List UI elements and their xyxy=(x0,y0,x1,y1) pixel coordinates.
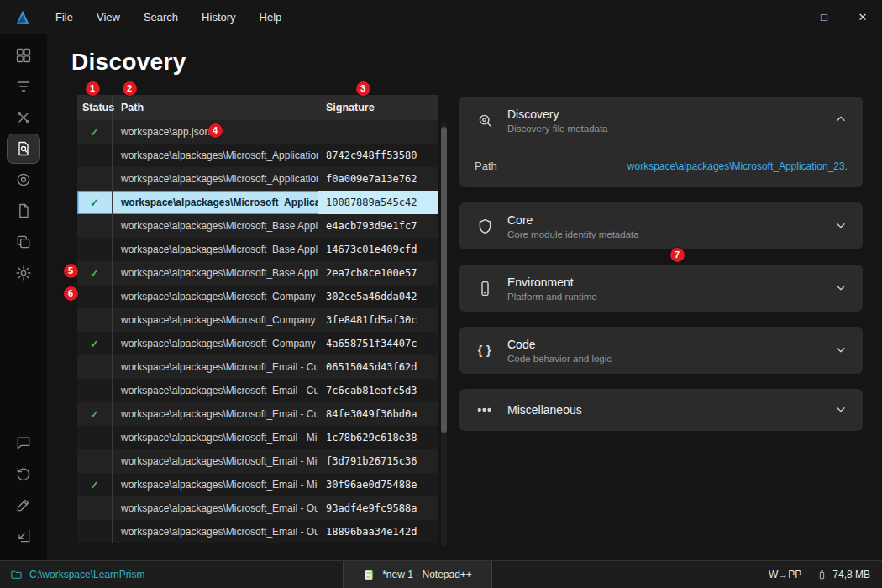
menu-search[interactable]: Search xyxy=(132,6,190,29)
status-cell xyxy=(77,449,113,473)
field-label-path: Path xyxy=(475,160,497,172)
section-header-code[interactable]: { } Code Code behavior and logic xyxy=(459,327,863,374)
comments-icon[interactable] xyxy=(7,428,40,458)
diagnostics-pen-icon[interactable] xyxy=(7,490,40,520)
path-cell: workspace\alpackages\Microsoft_Email - M… xyxy=(113,473,318,496)
signature-cell: 14673c01e409cfd xyxy=(318,238,438,261)
table-row[interactable]: workspace\alpackages\Microsoft_Company H… xyxy=(77,285,438,308)
check-icon: ✓ xyxy=(90,338,99,350)
column-header-signature[interactable]: Signature xyxy=(318,95,438,120)
status-cell xyxy=(77,167,113,191)
menu-file[interactable]: File xyxy=(44,6,85,29)
path-cell: workspace\alpackages\Microsoft_Base Appl… xyxy=(113,238,318,261)
dashboard-icon[interactable] xyxy=(7,40,40,71)
table-row[interactable]: workspace\alpackages\Microsoft_Email - M… xyxy=(77,426,438,449)
target-icon[interactable] xyxy=(7,165,40,195)
table-row[interactable]: ✓workspace\alpackages\Microsoft_Email - … xyxy=(77,473,438,496)
folder-icon xyxy=(10,569,23,581)
device-icon xyxy=(475,280,495,297)
signature-cell: 30f96ae0d75488e xyxy=(318,473,438,496)
column-header-path[interactable]: Path xyxy=(113,95,318,120)
import-icon[interactable] xyxy=(7,521,40,551)
settings-gear-icon[interactable] xyxy=(7,258,40,288)
menu-view[interactable]: View xyxy=(85,6,132,29)
path-cell: workspace\alpackages\Microsoft_Email - M… xyxy=(113,426,318,449)
table-row[interactable]: workspace\alpackages\Microsoft_Email - C… xyxy=(77,355,438,379)
status-cell xyxy=(77,285,113,308)
sidebar xyxy=(0,34,47,560)
table-row[interactable]: workspace\alpackages\Microsoft_Base Appl… xyxy=(77,238,438,261)
section-title: Environment xyxy=(507,276,822,289)
path-cell: workspace\alpackages\Microsoft_Email - O… xyxy=(113,496,318,520)
code-icon: { } xyxy=(475,344,495,357)
column-header-status[interactable]: Status xyxy=(77,95,113,120)
chevron-down-icon xyxy=(834,218,848,234)
status-cell xyxy=(77,238,113,261)
maximize-button[interactable]: □ xyxy=(805,0,843,34)
annotation-badge: 2 xyxy=(123,81,137,96)
menu-help[interactable]: Help xyxy=(248,6,294,29)
table-row[interactable]: workspace\alpackages\Microsoft_Email - O… xyxy=(77,496,438,520)
status-cell: ✓ xyxy=(77,261,113,285)
file-search-icon[interactable] xyxy=(7,134,40,164)
field-value-path-link[interactable]: workspace\alpackages\Microsoft_Applicati… xyxy=(627,160,848,172)
path-cell: workspace\alpackages\Microsoft_Base Appl… xyxy=(113,214,318,238)
table-row[interactable]: workspace\alpackages\Microsoft_Base Appl… xyxy=(77,214,438,238)
annotation-badge: 1 xyxy=(86,81,100,96)
table-row[interactable]: workspace\alpackages\Microsoft_Applicati… xyxy=(77,167,438,191)
path-cell: workspace\alpackages\Microsoft_Applicati… xyxy=(113,144,318,167)
menu-history[interactable]: History xyxy=(190,6,247,29)
check-icon: ✓ xyxy=(90,197,99,209)
annotation-badge: 4 xyxy=(208,123,223,138)
copy-icon[interactable] xyxy=(7,227,40,257)
section-header-discovery[interactable]: Discovery Discovery file metadata xyxy=(459,97,863,144)
taskbar-notepad-item[interactable]: *new 1 - Notepad++ xyxy=(343,561,492,588)
chevron-up-icon xyxy=(834,113,848,129)
table-row[interactable]: ✓workspace\alpackages\Microsoft_Company … xyxy=(77,332,438,355)
status-cell xyxy=(77,520,113,543)
table-row[interactable]: ✓workspace\alpackages\Microsoft_Email - … xyxy=(77,402,438,426)
memory-usage-value: 74,8 MB xyxy=(832,569,870,580)
table-row[interactable]: workspace\alpackages\Microsoft_Email - C… xyxy=(77,379,438,402)
table-scrollbar[interactable] xyxy=(441,122,447,546)
signature-cell: 84fe3049f36bd0a xyxy=(318,402,438,426)
tools-icon[interactable] xyxy=(7,102,40,133)
history-undo-icon[interactable] xyxy=(7,459,40,489)
panel-section-code: { } Code Code behavior and logic xyxy=(459,327,863,374)
signature-cell: 4a658751f34407c xyxy=(318,332,438,355)
annotation-badge: 7 xyxy=(670,248,685,262)
annotation-badge: 6 xyxy=(64,286,78,301)
section-title: Miscellaneous xyxy=(507,403,822,417)
table-row[interactable]: ✓workspace\alpackages\Microsoft_Base App… xyxy=(77,261,438,285)
table-row[interactable]: workspace\alpackages\Microsoft_Email - O… xyxy=(77,520,438,543)
signature-cell: e4acb793d9e1fc7 xyxy=(318,214,438,238)
keyboard-layout-indicator[interactable]: W→PP xyxy=(769,569,801,580)
filter-icon[interactable] xyxy=(7,71,40,102)
workspace-path-item[interactable]: C:\workspace\LearnPrism xyxy=(0,569,144,581)
panel-section-core: Core Core module identity metadata xyxy=(459,202,863,249)
status-cell xyxy=(77,355,113,379)
section-title: Discovery xyxy=(507,108,822,121)
section-header-environment[interactable]: Environment Platform and runtime xyxy=(459,265,863,312)
table-row[interactable]: ✓workspace\app.json xyxy=(77,120,438,144)
close-button[interactable]: ✕ xyxy=(843,0,882,34)
table-row[interactable]: workspace\alpackages\Microsoft_Applicati… xyxy=(77,144,438,167)
signature-cell xyxy=(318,120,438,144)
document-icon[interactable] xyxy=(7,196,40,226)
annotation-badge: 3 xyxy=(356,81,370,96)
chevron-down-icon xyxy=(834,343,848,359)
table-row[interactable]: workspace\alpackages\Microsoft_Company H… xyxy=(77,308,438,332)
status-cell xyxy=(77,426,113,449)
path-cell: workspace\alpackages\Microsoft_Company H… xyxy=(113,308,318,332)
signature-cell: f3d791b26715c36 xyxy=(318,449,438,473)
status-cell: ✓ xyxy=(77,191,113,214)
minimize-button[interactable]: — xyxy=(766,0,805,34)
signature-cell: 7c6cab81eafc5d3 xyxy=(318,379,438,402)
table-row[interactable]: ✓workspace\alpackages\Microsoft_Applicat… xyxy=(77,191,438,214)
table-row[interactable]: workspace\alpackages\Microsoft_Email - M… xyxy=(77,449,438,473)
section-header-miscellaneous[interactable]: ••• Miscellaneous xyxy=(459,389,863,431)
scrollbar-thumb[interactable] xyxy=(441,127,447,433)
section-header-core[interactable]: Core Core module identity metadata xyxy=(459,202,863,249)
signature-cell: 2ea7cb8ce100e57 xyxy=(318,261,438,285)
panel-section-miscellaneous: ••• Miscellaneous xyxy=(459,389,863,431)
